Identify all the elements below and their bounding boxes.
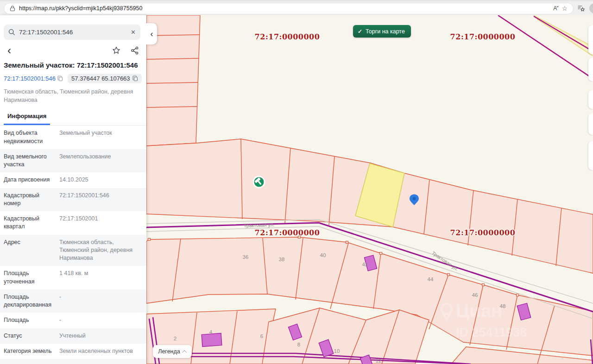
quarter-label: 72:17:0000000 — [450, 32, 516, 41]
cadastral-number-link[interactable]: 72:17:1502001:546 — [4, 75, 63, 82]
parcel-number: 12 — [376, 358, 382, 364]
back-button[interactable]: ‹ — [7, 46, 11, 55]
copy-icon[interactable] — [132, 75, 138, 82]
search-icon — [8, 29, 15, 36]
profile-avatar[interactable] — [589, 3, 593, 13]
bookmark-star-icon[interactable] — [112, 46, 120, 55]
parcel-number: 36 — [243, 254, 249, 260]
map-control-stub[interactable] — [588, 25, 593, 54]
parcel-number: 46 — [472, 292, 478, 298]
parcel-info-panel: ✕ ‹ Земельный участок: 72:17:150200 — [0, 15, 146, 364]
map-control-stub[interactable] — [588, 90, 593, 109]
coordinates-chip[interactable]: 57.376447 65.107663 — [68, 74, 142, 83]
parcel-number: 6 — [260, 333, 263, 339]
parcel-address: Тюменская область, Тюменский район, дере… — [4, 88, 133, 104]
tab-bar: Информация — [0, 112, 146, 126]
read-aloud-icon[interactable]: A″ — [553, 5, 558, 12]
street-label: Трактовая ул. — [244, 222, 275, 228]
parcel-number: 44 — [428, 276, 434, 282]
table-row: Дата присвоения14.10.2025 — [0, 172, 146, 188]
diagonal-road-band — [498, 15, 593, 79]
clear-search-icon[interactable]: ✕ — [131, 29, 136, 36]
parcel-number: 48 — [500, 303, 506, 309]
parcel-number: 8 — [297, 342, 300, 347]
info-table: Вид объекта недвижимостиЗемельный участо… — [0, 126, 146, 364]
parcel-number: 4 — [209, 329, 213, 335]
parcel-number: 38 — [279, 257, 285, 262]
table-row: Площадь декларированная- — [0, 289, 146, 313]
table-row: АдресТюменская область, Тюменский район,… — [0, 235, 146, 266]
site-permissions-lock-icon[interactable] — [10, 6, 15, 12]
table-row: Вид разрешенного использованиядля индиви… — [0, 359, 146, 364]
parcel-number: 10 — [334, 348, 340, 354]
table-row: СтатусУчтенный — [0, 328, 146, 344]
tab-information[interactable]: Информация — [4, 113, 50, 125]
share-icon[interactable] — [131, 46, 139, 55]
svg-text:ID 25411938: ID 25411938 — [456, 326, 527, 339]
address-bar[interactable]: https://map.ru/pkk?ysclid=mjik1p54kj9387… — [4, 3, 574, 14]
quarter-label: 72:17:0000000 — [255, 32, 320, 41]
map-control-stub[interactable] — [588, 58, 593, 81]
table-row: Категория земельЗемли населенных пунктов — [0, 344, 146, 359]
quarter-label: 72:17:0000000 — [255, 228, 320, 237]
collections-icon[interactable] — [577, 5, 585, 12]
table-row: Вид объекта недвижимостиЗемельный участо… — [0, 126, 146, 149]
search-input[interactable] — [19, 29, 127, 36]
parcel-identifiers: 72:17:1502001:546 57.376447 65.107663 — [4, 74, 143, 83]
panel-toolbar: ‹ — [7, 46, 139, 55]
cadastral-map[interactable]: Циан ID 25411938 Трактовая ул. Трактовая… — [146, 15, 593, 364]
chevron-up-icon — [182, 350, 187, 354]
table-row: Площадь уточненная1 418 кв. м — [0, 266, 146, 289]
table-row: Площадь- — [0, 313, 146, 328]
parcel-number: 2 — [174, 336, 177, 341]
url-text[interactable]: https://map.ru/pkk?ysclid=mjik1p54kj9387… — [19, 5, 549, 12]
auction-marker-icon[interactable] — [253, 176, 265, 188]
check-icon: ✓ — [358, 28, 362, 35]
parcel-number: 42 — [362, 262, 368, 267]
table-row: Вид земельного участкаЗемлепользование — [0, 149, 146, 173]
map-control-stub[interactable] — [588, 141, 593, 170]
chrome-actions — [577, 3, 593, 13]
search-box[interactable]: ✕ — [4, 25, 140, 40]
auctions-on-map-button[interactable]: ✓ Торги на карте — [353, 25, 411, 38]
parcel-title: Земельный участок: 72:17:1502001:546 — [4, 61, 143, 69]
browser-window: https://map.ru/pkk?ysclid=mjik1p54kj9387… — [0, 0, 593, 364]
table-row: Кадастровый квартал72:17:1502001 — [0, 211, 146, 235]
table-row: Кадастровый номер72:17:1502001:546 — [0, 188, 146, 212]
favorite-star-icon[interactable]: ☆ — [561, 5, 568, 12]
svg-text:Циан: Циан — [456, 301, 502, 321]
browser-chrome: https://map.ru/pkk?ysclid=mjik1p54kj9387… — [0, 0, 593, 15]
sidebar-collapse-button[interactable]: ‹ — [146, 23, 157, 44]
parcel-block-bottom-mid[interactable] — [262, 308, 429, 364]
legend-button[interactable]: Легенда — [153, 345, 192, 358]
parcel-number: 40 — [320, 252, 326, 258]
quarter-label: 72:17:0000000 — [450, 228, 516, 237]
copy-icon[interactable] — [57, 75, 63, 82]
map-control-stub[interactable] — [588, 113, 593, 135]
map-area[interactable]: Циан ID 25411938 Трактовая ул. Трактовая… — [146, 15, 593, 364]
